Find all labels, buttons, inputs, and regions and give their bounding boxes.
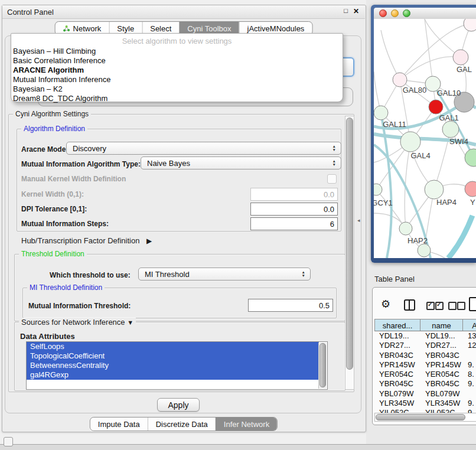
unchecked-checkbox-icon[interactable]	[457, 302, 465, 310]
attribute-item-topologicalcoefficient[interactable]: TopologicalCoefficient	[27, 351, 319, 361]
panel-divider-handle[interactable]: ◂	[357, 217, 360, 223]
table-cell[interactable]: YLR345W	[420, 399, 463, 408]
column-header-name[interactable]: name	[420, 319, 463, 331]
table-cell[interactable]: YPR145W	[374, 360, 420, 370]
float-window-icon[interactable]: □	[344, 7, 348, 15]
column-header-shared[interactable]: shared...	[374, 319, 420, 331]
bottom-tab-bar: Impute DataDiscretize DataInfer Network	[90, 417, 278, 431]
table-cell[interactable]: 9.	[463, 360, 476, 370]
network-node[interactable]	[399, 222, 412, 235]
algorithm-option-basic-correlation-inference[interactable]: Basic Correlation Inference	[11, 56, 343, 66]
aracne-mode-combo[interactable]: Discovery ▲▼	[66, 142, 341, 155]
table-cell[interactable]: YBR045C	[420, 379, 463, 389]
table-cell[interactable]: 12	[463, 341, 476, 350]
table-cell[interactable]: YDR27...	[420, 341, 463, 350]
expand-right-icon[interactable]: ▶	[146, 237, 152, 245]
attribute-item-selfloops[interactable]: SelfLoops	[27, 342, 319, 351]
network-graph[interactable]: GAL80GAL10GAL1GAL11SWI4GAL4GCY1HAP4YHAP2…	[374, 19, 476, 258]
network-node[interactable]	[374, 184, 382, 195]
mi-steps-field[interactable]	[250, 217, 338, 230]
network-node[interactable]	[393, 73, 407, 87]
minimize-traffic-light[interactable]	[391, 9, 399, 17]
close-traffic-light[interactable]	[379, 9, 387, 17]
network-node[interactable]	[464, 19, 476, 31]
settings-scrollbar[interactable]	[345, 116, 354, 390]
mi-algorithm-type-combo[interactable]: Naive Bayes ▲▼	[141, 156, 341, 169]
table-cell[interactable]: YBR043C	[374, 351, 420, 360]
network-node[interactable]	[465, 181, 476, 197]
algorithm-option-mutual-information-inference[interactable]: Mutual Information Inference	[11, 75, 343, 84]
manual-kernel-width-checkbox[interactable]	[327, 174, 337, 184]
unchecked-checkbox-icon[interactable]	[448, 302, 457, 310]
apply-button[interactable]: Apply	[157, 398, 200, 412]
table-row[interactable]: YBL079WYBL079W	[374, 389, 476, 399]
collapse-down-icon[interactable]: ▼	[127, 319, 133, 326]
table-horizontal-scrollbar[interactable]	[374, 413, 476, 422]
tab-discretize-data[interactable]: Discretize Data	[148, 418, 216, 431]
attributes-list-scrollbar[interactable]	[318, 343, 327, 389]
close-window-icon[interactable]: ✕	[353, 7, 359, 15]
table-cell[interactable]: YBL079W	[420, 389, 463, 399]
network-node[interactable]	[400, 132, 420, 152]
table-cell[interactable]: YER054C	[374, 370, 420, 379]
table-cell[interactable]: 9.	[463, 399, 476, 408]
hub-definition-label[interactable]: Hub/Transcription Factor Definition ▶	[21, 236, 152, 245]
table-cell[interactable]: YDL19...	[374, 331, 420, 341]
dpi-tolerance-field[interactable]	[250, 203, 338, 216]
table-cell[interactable]: 13	[463, 331, 476, 341]
algorithm-option-dream8-dc-tdc-algorithm[interactable]: Dream8 DC_TDC Algorithm	[11, 94, 343, 103]
network-canvas[interactable]: GAL80GAL10GAL1GAL11SWI4GAL4GCY1HAP4YHAP2…	[374, 19, 476, 258]
table-cell[interactable]: YBR043C	[420, 351, 463, 360]
network-node[interactable]	[425, 180, 444, 199]
algorithm-option-bayesian-hill-climbing[interactable]: Bayesian – Hill Climbing	[11, 47, 343, 56]
columns-icon[interactable]	[404, 299, 415, 311]
checked-checkbox-icon[interactable]	[426, 302, 435, 310]
table-row[interactable]: YER054CYER054C8.	[374, 370, 476, 379]
network-node[interactable]	[429, 100, 443, 114]
table-row[interactable]: YBR045CYBR045C9.	[374, 379, 476, 389]
checked-checkbox-icon[interactable]	[435, 302, 444, 310]
table-row[interactable]: YLR345WYLR345W9.	[374, 399, 476, 408]
table-cell[interactable]: YBR045C	[374, 379, 420, 389]
table-cell[interactable]: YER054C	[420, 370, 463, 379]
table-row[interactable]: YBR043CYBR043C	[374, 351, 476, 360]
algorithm-option-bayesian-k2[interactable]: Bayesian – K2	[11, 84, 343, 94]
document-icon[interactable]	[469, 297, 476, 311]
network-window-titlebar[interactable]	[374, 8, 476, 19]
attribute-item-betweennesscentrality[interactable]: BetweennessCentrality	[27, 361, 319, 370]
network-edge[interactable]	[448, 216, 472, 258]
table-row[interactable]: YPR145WYPR145W9.	[374, 360, 476, 370]
table-cell[interactable]: 8.	[463, 370, 476, 379]
table-cell[interactable]: YLR345W	[374, 399, 420, 408]
gear-icon[interactable]: ⚙	[381, 298, 390, 311]
sources-title[interactable]: Sources for Network Inference ▼	[19, 318, 136, 327]
manual-kernel-width-label: Manual Kernel Width Definition	[21, 175, 126, 183]
algorithm-option-aracne-algorithm[interactable]: ARACNE Algorithm	[11, 66, 343, 75]
table-cell[interactable]: YBL079W	[374, 389, 420, 399]
network-node[interactable]	[374, 106, 388, 120]
which-threshold-combo[interactable]: MI Threshold ▲▼	[138, 268, 311, 281]
table-cell[interactable]: YPR145W	[420, 360, 463, 370]
table-cell[interactable]	[463, 351, 476, 360]
kernel-width-field[interactable]	[250, 188, 338, 201]
table-row[interactable]: YDL19...YDL19...13	[374, 331, 476, 341]
network-node[interactable]	[453, 50, 468, 65]
column-header-a[interactable]: A	[463, 319, 476, 331]
table-cell[interactable]: 9.	[463, 379, 476, 389]
table-cell[interactable]: YDR27...	[374, 341, 420, 350]
minimized-panel-icon[interactable]	[4, 437, 13, 446]
network-node[interactable]	[442, 121, 459, 138]
zoom-traffic-light[interactable]	[403, 9, 410, 17]
network-tab-icon	[63, 25, 70, 32]
tab-impute-data[interactable]: Impute Data	[90, 418, 148, 431]
table-cell[interactable]	[463, 389, 476, 399]
network-edge[interactable]	[381, 30, 400, 80]
mi-threshold-field[interactable]	[248, 299, 333, 312]
data-attributes-list: SelfLoopsTopologicalCoefficientBetweenne…	[26, 341, 328, 390]
network-node[interactable]	[465, 149, 476, 167]
tab-infer-network[interactable]: Infer Network	[216, 418, 277, 431]
network-node[interactable]	[418, 244, 431, 257]
table-cell[interactable]: YDL19...	[420, 331, 463, 341]
table-row[interactable]: YDR27...YDR27...12	[374, 341, 476, 350]
attribute-item-gal4rgexp[interactable]: gal4RGexp	[27, 370, 319, 380]
